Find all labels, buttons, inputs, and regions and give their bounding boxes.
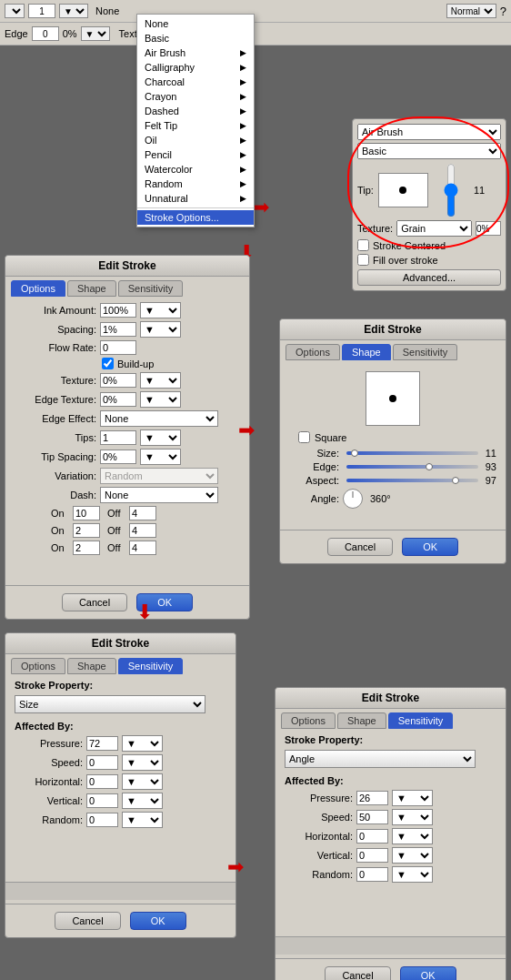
- tips-row: Tips: ▼: [15, 429, 240, 446]
- tips-select[interactable]: ▼: [140, 429, 181, 446]
- vertical-input-size[interactable]: [86, 793, 118, 808]
- stroke-property-select[interactable]: Size: [15, 695, 205, 713]
- fill-over-stroke-checkbox[interactable]: [357, 254, 369, 266]
- tips-input[interactable]: [100, 430, 136, 445]
- on3-input[interactable]: [73, 541, 100, 555]
- speed-select-angle[interactable]: ▼: [392, 809, 433, 825]
- menu-item-crayon[interactable]: Crayon▶: [137, 89, 254, 104]
- vertical-label-size: Vertical:: [15, 795, 83, 806]
- tab-shape-active[interactable]: Shape: [342, 344, 391, 360]
- sensitivity-size-ok-btn[interactable]: OK: [130, 912, 186, 930]
- sensitivity-size-cancel-btn[interactable]: Cancel: [55, 912, 120, 930]
- buildup-checkbox[interactable]: [102, 358, 114, 369]
- random-select-size[interactable]: ▼: [122, 812, 163, 828]
- angle-dial[interactable]: [343, 489, 363, 509]
- stroke-centered-checkbox[interactable]: [357, 239, 369, 251]
- normal-select[interactable]: Normal: [446, 4, 496, 18]
- pct-select[interactable]: ▼: [81, 26, 110, 41]
- tab-shape[interactable]: Shape: [67, 280, 116, 297]
- speed-select-size[interactable]: ▼: [122, 754, 163, 771]
- menu-item-watercolor[interactable]: Watercolor▶: [137, 162, 254, 177]
- tab-options-shape[interactable]: Options: [286, 344, 340, 360]
- horizontal-select-size[interactable]: ▼: [122, 773, 163, 790]
- tab-shape-sens-angle[interactable]: Shape: [337, 712, 386, 729]
- tab-options-sens-angle[interactable]: Options: [281, 712, 336, 729]
- pressure-select-angle[interactable]: ▼: [392, 790, 433, 806]
- dash-row: Dash: None: [15, 487, 240, 503]
- tab-options-sens-size[interactable]: Options: [11, 658, 65, 674]
- random-input-size[interactable]: [86, 813, 118, 827]
- square-checkbox[interactable]: [298, 431, 310, 443]
- on1-input[interactable]: [73, 506, 100, 520]
- sensitivity-angle-cancel-btn[interactable]: Cancel: [325, 966, 390, 980]
- off2-input[interactable]: [129, 523, 156, 538]
- menu-item-calligraphy[interactable]: Calligraphy▶: [137, 60, 254, 75]
- menu-item-airbrush[interactable]: Air Brush▶: [137, 45, 254, 60]
- menu-item-felttip[interactable]: Felt Tip▶: [137, 118, 254, 133]
- spacing-select[interactable]: ▼: [140, 321, 181, 338]
- texture-select2[interactable]: Grain: [396, 220, 472, 237]
- options-cancel-btn[interactable]: Cancel: [62, 593, 127, 611]
- tip-slider[interactable]: [433, 163, 469, 217]
- stroke-property-select-angle[interactable]: Angle: [285, 750, 476, 768]
- menu-item-random[interactable]: Random▶: [137, 177, 254, 191]
- edge-input[interactable]: [32, 26, 59, 41]
- brush-size-input[interactable]: [28, 4, 55, 18]
- vertical-input-angle[interactable]: [356, 848, 388, 863]
- vertical-select-angle[interactable]: ▼: [392, 847, 433, 864]
- tab-options[interactable]: Options: [11, 280, 65, 297]
- tab-sensitivity-active-angle[interactable]: Sensitivity: [388, 712, 454, 729]
- pressure-input-size[interactable]: [86, 736, 118, 751]
- menu-item-stroke-options[interactable]: Stroke Options...: [137, 210, 254, 225]
- menu-item-oil[interactable]: Oil▶: [137, 133, 254, 147]
- dial-needle: [353, 491, 354, 498]
- menu-item-charcoal[interactable]: Charcoal▶: [137, 75, 254, 89]
- menu-item-dashed[interactable]: Dashed▶: [137, 104, 254, 118]
- pressure-input-angle[interactable]: [356, 791, 388, 805]
- brush-type-select[interactable]: Air Brush: [357, 124, 501, 140]
- dash-select[interactable]: None: [100, 487, 218, 503]
- variation-select[interactable]: Random: [100, 468, 218, 484]
- random-input-angle[interactable]: [356, 867, 388, 882]
- shape-preview-box: [366, 371, 420, 426]
- tab-shape-sens-size[interactable]: Shape: [67, 658, 116, 674]
- tab-sensitivity-shape[interactable]: Sensitivity: [393, 344, 458, 360]
- on2-input[interactable]: [73, 523, 100, 538]
- menu-item-basic[interactable]: Basic: [137, 31, 254, 45]
- pressure-select-size[interactable]: ▼: [122, 735, 163, 752]
- menu-item-unnatural[interactable]: Unnatural▶: [137, 191, 254, 206]
- speed-input-angle[interactable]: [356, 810, 388, 824]
- texture-select[interactable]: ▼: [140, 372, 181, 389]
- edge-texture-input[interactable]: [100, 392, 136, 407]
- flow-rate-input[interactable]: [100, 340, 136, 355]
- spacing-input[interactable]: [100, 322, 136, 337]
- random-select-angle[interactable]: ▼: [392, 866, 433, 883]
- edge-effect-select[interactable]: None: [100, 410, 218, 427]
- brush-preset-select[interactable]: [5, 4, 25, 18]
- edge-texture-select[interactable]: ▼: [140, 391, 181, 408]
- ink-amount-select[interactable]: ▼: [140, 302, 181, 318]
- tip-spacing-input[interactable]: [100, 450, 136, 464]
- sensitivity-angle-ok-btn[interactable]: OK: [400, 966, 456, 980]
- brush-size-select[interactable]: ▼: [59, 4, 88, 18]
- ink-amount-input[interactable]: [100, 303, 136, 318]
- horizontal-input-size[interactable]: [86, 774, 118, 789]
- speed-input-size[interactable]: [86, 755, 118, 770]
- tip-spacing-select[interactable]: ▼: [140, 449, 181, 465]
- watercolor-label: Watercolor: [145, 164, 193, 175]
- menu-item-pencil[interactable]: Pencil▶: [137, 147, 254, 162]
- texture-pct-input[interactable]: [476, 221, 501, 236]
- vertical-select-size[interactable]: ▼: [122, 793, 163, 809]
- advanced-button[interactable]: Advanced...: [357, 269, 501, 286]
- shape-ok-btn[interactable]: OK: [402, 538, 458, 556]
- shape-cancel-btn[interactable]: Cancel: [327, 538, 393, 556]
- horizontal-input-angle[interactable]: [356, 829, 388, 844]
- horizontal-select-angle[interactable]: ▼: [392, 828, 433, 844]
- brush-preset-type-select[interactable]: Basic: [357, 143, 501, 159]
- texture-input[interactable]: [100, 373, 136, 388]
- tab-sensitivity[interactable]: Sensitivity: [118, 280, 184, 297]
- off1-input[interactable]: [129, 506, 156, 520]
- off3-input[interactable]: [129, 541, 156, 555]
- tab-sensitivity-active-size[interactable]: Sensitivity: [118, 658, 184, 674]
- menu-item-none[interactable]: None: [137, 16, 254, 31]
